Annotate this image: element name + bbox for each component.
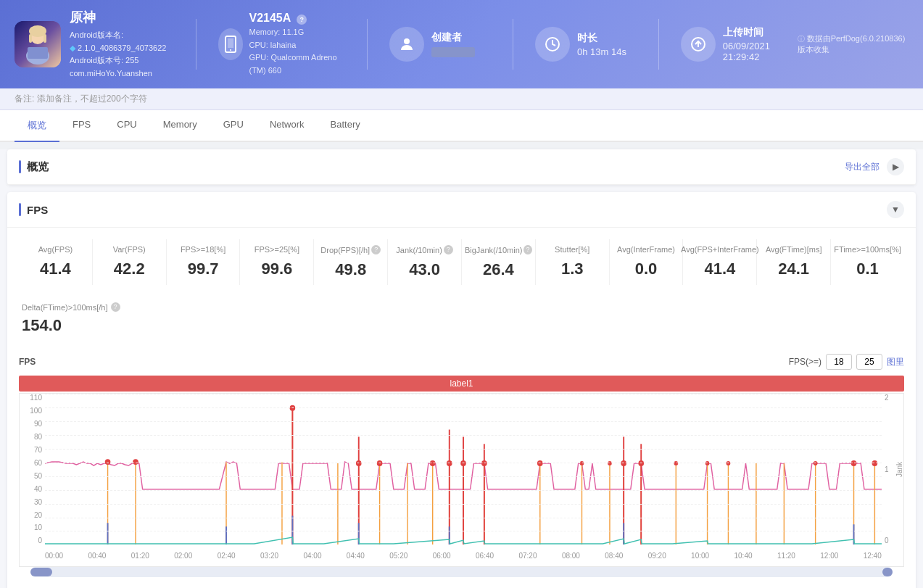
nav-item-memory[interactable]: Memory xyxy=(150,110,210,142)
svg-rect-5 xyxy=(29,34,32,43)
delta-ftime-help-icon[interactable]: ? xyxy=(111,302,120,312)
nav-item-overview[interactable]: 概览 xyxy=(15,110,59,142)
grid-line xyxy=(45,463,882,463)
duration-value: 0h 13m 14s xyxy=(577,46,626,57)
device-icon xyxy=(218,28,244,60)
bigjank-dot xyxy=(481,460,487,466)
bigjank-help-icon[interactable]: ? xyxy=(523,245,531,254)
chart-x-labels: 00:00 00:40 01:20 02:00 02:40 03:20 04:0… xyxy=(45,544,882,566)
fps-legend-button[interactable]: 图里 xyxy=(887,356,904,368)
chart-area: 110 100 90 80 70 60 50 40 30 20 10 0 xyxy=(19,393,904,567)
grid-line xyxy=(45,421,882,422)
device-details: V2145A ? Memory: 11.1G CPU: lahaina GPU:… xyxy=(249,12,345,77)
creator-value xyxy=(431,47,475,57)
drop-fps-help-icon[interactable]: ? xyxy=(371,245,381,254)
fps-ge-25-input[interactable] xyxy=(856,354,882,370)
grid-line xyxy=(45,394,882,394)
overview-actions: 导出全部 ▶ xyxy=(845,158,904,175)
chart-y-labels-left: 110 100 90 80 70 60 50 40 30 20 10 0 xyxy=(20,394,45,544)
grid-line xyxy=(45,449,882,450)
stat-drop-fps: Drop(FPS)[/h] ? 49.8 xyxy=(314,239,388,285)
header: 原神 Android版本名: ◆ 2.1.0_4086379_4073622 A… xyxy=(0,0,923,88)
overview-section: 概览 导出全部 ▶ xyxy=(7,149,916,185)
stat-avg-interframe: Avg(InterFrame) 0.0 xyxy=(610,239,684,285)
chart-legend: FPS Jank BigJank Stutter InterFrame xyxy=(19,583,904,588)
grid-line xyxy=(45,518,882,518)
stat-ftime-ge-100: FTime>=100ms[%] 0.1 xyxy=(831,239,904,285)
bigjank-dot xyxy=(621,460,626,466)
creator-info: 创建者 xyxy=(431,31,475,57)
fps-stats-grid: Avg(FPS) 41.4 Var(FPS) 42.2 FPS>=18[%] 9… xyxy=(7,228,916,297)
grid-line xyxy=(45,531,882,531)
nav-item-cpu[interactable]: CPU xyxy=(104,110,149,142)
chart-scrollbar[interactable] xyxy=(30,567,893,577)
duration-block: 时长 0h 13m 14s xyxy=(535,27,637,62)
chart-scrollbar-thumb-right xyxy=(882,568,893,576)
upload-value: 06/09/2021 21:29:42 xyxy=(723,41,783,62)
svg-point-10 xyxy=(404,38,410,44)
nav-item-gpu[interactable]: GPU xyxy=(210,110,257,142)
upload-label: 上传时间 xyxy=(723,26,783,39)
nav-item-fps[interactable]: FPS xyxy=(59,110,104,142)
upload-info: 上传时间 06/09/2021 21:29:42 xyxy=(723,26,783,62)
fps-collapse-button[interactable]: ▼ xyxy=(887,201,904,218)
chart-plot xyxy=(45,394,882,544)
creator-block: 创建者 xyxy=(389,27,491,62)
extra-stat-block: Delta(FTime)>100ms[/h] ? 154.0 xyxy=(7,297,916,347)
stat-jank: Jank(/10min) ? 43.0 xyxy=(388,239,462,285)
main-content: 概览 导出全部 ▶ FPS ▼ Avg(FPS) 41.4 Var(FPS) xyxy=(0,149,923,588)
bigjank-dot xyxy=(460,460,466,466)
overview-section-header: 概览 导出全部 ▶ xyxy=(7,149,916,185)
app-icon-image xyxy=(15,21,61,67)
app-details: 原神 Android版本名: ◆ 2.1.0_4086379_4073622 A… xyxy=(70,9,166,80)
svg-point-9 xyxy=(230,49,231,51)
bigjank-dot xyxy=(377,460,383,466)
creator-label: 创建者 xyxy=(431,31,475,44)
creator-icon xyxy=(389,27,424,62)
duration-label: 时长 xyxy=(577,32,626,45)
grid-line xyxy=(45,407,882,408)
header-divider-2 xyxy=(367,19,368,70)
header-divider-1 xyxy=(196,19,196,70)
overview-collapse-button[interactable]: ▶ xyxy=(887,158,904,175)
chart-label-bar: label1 xyxy=(19,376,904,392)
grid-line xyxy=(45,435,882,436)
svg-rect-3 xyxy=(28,47,48,59)
nav-item-network[interactable]: Network xyxy=(257,110,318,142)
device-info: V2145A ? Memory: 11.1G CPU: lahaina GPU:… xyxy=(218,12,346,77)
fps-chart-label: FPS xyxy=(19,357,36,367)
fps-chart-container: FPS FPS(>=) 图里 label1 110 100 90 xyxy=(7,347,916,588)
fps-section-header: FPS ▼ xyxy=(7,192,916,228)
extra-stat-label: Delta(FTime)>100ms[/h] ? xyxy=(22,302,901,312)
overview-title: 概览 xyxy=(19,160,49,174)
bigjank-dot xyxy=(537,460,543,466)
fps-chart-header: FPS FPS(>=) 图里 xyxy=(19,354,904,370)
stat-fps-ge-25: FPS>=25[%] 99.6 xyxy=(240,239,314,285)
fps-ge-18-input[interactable] xyxy=(826,354,852,370)
grid-line xyxy=(45,504,882,505)
fps-section: FPS ▼ Avg(FPS) 41.4 Var(FPS) 42.2 FPS>=1… xyxy=(7,192,916,588)
duration-info: 时长 0h 13m 14s xyxy=(577,32,626,57)
app-icon xyxy=(15,21,61,67)
jank-help-icon[interactable]: ? xyxy=(444,245,453,254)
diamond-icon: ◆ xyxy=(70,44,75,52)
chart-wrapper: 110 100 90 80 70 60 50 40 30 20 10 0 xyxy=(19,393,904,567)
device-name: V2145A ? xyxy=(249,12,345,25)
perfdog-version: ⓘ 数据由PerfDog(6.0.210836)版本收集 xyxy=(798,33,908,55)
stat-avg-fps: Avg(FPS) 41.4 xyxy=(19,239,93,285)
fps-chart-svg xyxy=(45,394,882,544)
export-button[interactable]: 导出全部 xyxy=(845,161,879,173)
app-meta: Android版本名: ◆ 2.1.0_4086379_4073622 Andr… xyxy=(70,29,166,80)
duration-icon xyxy=(535,27,570,62)
svg-rect-6 xyxy=(44,34,46,43)
nav-item-battery[interactable]: Battery xyxy=(318,110,373,142)
header-divider-4 xyxy=(658,19,659,70)
stat-avg-ftime: Avg(FTime)[ms] 24.1 xyxy=(757,239,831,285)
upload-block: 上传时间 06/09/2021 21:29:42 xyxy=(681,26,783,62)
bigjank-dot xyxy=(638,460,644,466)
stat-fps-ge-18: FPS>=18[%] 99.7 xyxy=(167,239,241,285)
note-bar[interactable]: 备注: 添加备注，不超过200个字符 xyxy=(0,88,923,110)
nav-bar: 概览 FPS CPU Memory GPU Network Battery xyxy=(0,110,923,142)
stat-avg-fps-interframe: Avg(FPS+InterFrame) 41.4 xyxy=(683,239,757,285)
device-info-icon[interactable]: ? xyxy=(297,15,307,25)
